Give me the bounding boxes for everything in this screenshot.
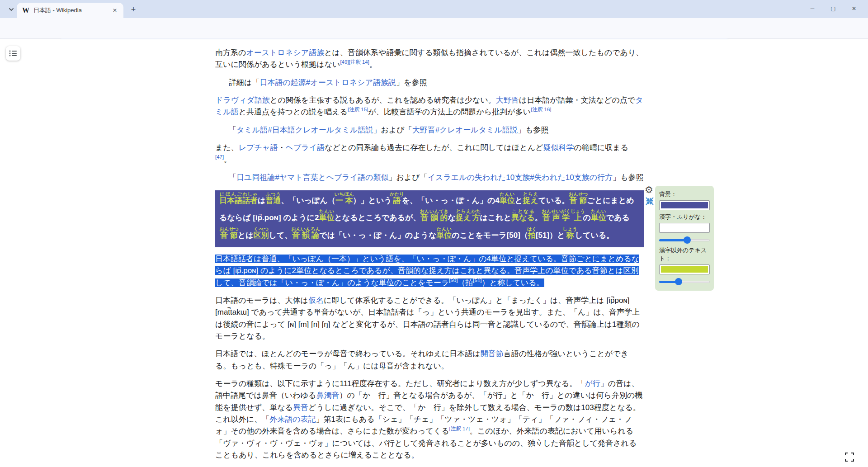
- article-content: 南方系のオーストロネシア語族とは、音韻体系や語彙に関する類似も指摘されているが、…: [215, 41, 644, 467]
- wiki-link[interactable]: オーストロネシア語族: [246, 48, 324, 57]
- text-run: な: [448, 213, 455, 222]
- reference-link[interactable]: [注釈 17]: [449, 426, 470, 432]
- text-run: は日本語が語彙・文法などの点で: [519, 96, 635, 104]
- kanji-with-furigana: 方かた: [471, 213, 480, 222]
- kanji-with-furigana: 普通ふつう: [265, 196, 281, 205]
- text-run: している。: [575, 231, 614, 240]
- browser-tab[interactable]: W 日本語 - Wikipedia ✕: [17, 3, 123, 18]
- text-run: 。: [224, 155, 231, 164]
- paragraph: モーラの種類は、以下に示すように111程度存在する。ただし、研究者により数え方が…: [215, 378, 644, 461]
- text-run: の: [583, 213, 590, 222]
- kanji-color-slider[interactable]: [659, 236, 710, 244]
- collapse-arrows-icon[interactable]: [645, 197, 654, 208]
- text-run: が、比較言語学の方法上の問題から批判が多い: [368, 108, 531, 116]
- kanji-with-furigana: 音声おんせい: [542, 213, 561, 222]
- text-run: 」および「: [388, 173, 427, 182]
- paragraph: 南方系のオーストロネシア語族とは、音韻体系や語彙に関する類似も指摘されているが、…: [215, 47, 644, 71]
- kanji-color-swatch[interactable]: [659, 223, 710, 233]
- selected-paragraph: 日本語話者は普通、「いっぽん（一本）」という語を、「い・っ・ぽ・ん」の4単位と捉…: [215, 253, 644, 289]
- wiki-link[interactable]: ドラヴィダ語族: [215, 96, 270, 104]
- kanji-with-furigana: 本ほん: [344, 196, 353, 205]
- text-run: ）と称している。: [482, 278, 544, 287]
- text-run: 」も参照: [613, 173, 643, 182]
- wiki-link[interactable]: 日本語の起源#オーストロネシア語族説: [259, 78, 396, 87]
- slider-thumb[interactable]: [684, 236, 691, 244]
- wiki-link[interactable]: 鼻濁音: [316, 391, 339, 400]
- other-text-color-slider[interactable]: [659, 278, 710, 285]
- wikipedia-page: 南方系のオーストロネシア語族とは、音韻体系や語彙に関する類似も指摘されているが、…: [0, 39, 868, 467]
- text-run: の範疇に収まる: [574, 143, 629, 152]
- text-run: （拍: [458, 278, 473, 287]
- tab-close-icon[interactable]: ✕: [111, 6, 119, 14]
- kanji-with-furigana: 上じょう: [571, 213, 583, 222]
- wiki-link[interactable]: レプチャ語: [239, 143, 278, 152]
- text-run: のことをモーラ[50]（: [452, 231, 528, 240]
- wiki-link[interactable]: 疑似科学: [543, 143, 574, 152]
- kanji-with-furigana: 一いち: [335, 196, 344, 205]
- kanji-furigana-color-label: 漢字・ふりがな：: [659, 213, 710, 221]
- text-run: ）」という: [353, 196, 392, 205]
- text-run: [51]）と: [536, 231, 565, 240]
- wiki-link[interactable]: 仮名: [308, 296, 324, 305]
- other-text-color-swatch[interactable]: [659, 264, 710, 274]
- table-of-contents-button[interactable]: [6, 46, 20, 61]
- wiki-link[interactable]: 開音節: [481, 349, 504, 358]
- kanji-with-furigana: 音韻おんいん: [292, 231, 311, 240]
- text-run: は: [258, 196, 265, 205]
- wiki-link[interactable]: イスラエルの失われた10支族#失われた10支族の行方: [428, 173, 613, 182]
- kanji-with-furigana: 的てき: [439, 213, 448, 222]
- window-close-button[interactable]: ✕: [844, 2, 864, 15]
- kanji-with-furigana: 音節おんせつ: [219, 231, 238, 240]
- wiki-link[interactable]: 大野晋: [496, 96, 519, 104]
- text-run: 。: [369, 60, 377, 69]
- text-run: である: [606, 213, 630, 222]
- wiki-link[interactable]: 外来語の表記: [269, 415, 316, 424]
- text-run: ・: [278, 143, 285, 152]
- kanji-with-furigana: 話者わしゃ: [242, 196, 258, 205]
- kanji-with-furigana: 単位たんい: [500, 196, 515, 205]
- kanji-with-furigana: 単位たんい: [436, 231, 452, 240]
- window-maximize-button[interactable]: ▢: [823, 2, 844, 15]
- kanji-with-furigana: 日本語にほんご: [219, 196, 242, 205]
- reference-link[interactable]: [50]: [449, 278, 458, 283]
- kanji-with-furigana: 単位たんい: [591, 213, 606, 222]
- reference-link[interactable]: [注釈 16]: [531, 107, 551, 113]
- wiki-link[interactable]: ヘブライ語: [285, 143, 325, 152]
- slider-thumb[interactable]: [675, 278, 682, 285]
- wiki-link[interactable]: 日ユ同祖論#ヤマト言葉とヘブライ語の類似: [236, 173, 388, 182]
- wiki-link[interactable]: タミル語#日本語クレオールタミル語説: [236, 126, 373, 134]
- fullscreen-icon[interactable]: [844, 451, 855, 463]
- reference-link[interactable]: [注釈 14]: [349, 60, 369, 65]
- paragraph: 日本語では、ほとんどのモーラが母音で終わっている。それゆえに日本語は開音節言語の…: [215, 348, 644, 372]
- text-run: とは: [238, 231, 254, 240]
- see-also-note: 「日ユ同祖論#ヤマト言葉とヘブライ語の類似」および「イスラエルの失われた10支族…: [229, 172, 644, 184]
- browser-toolbar: ← → ↻ ja.wikipedia.org/wiki/日本語 文A ☆ あ ⋮: [0, 18, 868, 39]
- kanji-with-furigana: 捉えとらえ: [523, 196, 538, 205]
- wiki-link[interactable]: 大野晋#クレオールタミル語説: [412, 126, 518, 134]
- text-run: 詳細は「: [229, 78, 259, 87]
- reference-link[interactable]: [49]: [340, 60, 349, 65]
- wiki-link[interactable]: 異音: [293, 403, 308, 412]
- gear-icon[interactable]: ⚙: [645, 185, 653, 194]
- paragraph: ドラヴィダ語族との関係を主張する説もあるが、これを認める研究者は少ない。大野晋は…: [215, 94, 644, 118]
- kanji-with-furigana: 音節おんせつ: [570, 196, 587, 205]
- text-selection-highlight: 日本語話者は普通、「いっぽん（一本）」という語を、「い・っ・ぽ・ん」の4単位と捉…: [215, 255, 639, 287]
- tab-title: 日本語 - Wikipedia: [33, 6, 111, 14]
- reference-link[interactable]: [注釈 15]: [348, 107, 368, 113]
- text-run: 」も参照: [518, 126, 548, 134]
- tab-search-chevron-icon[interactable]: [6, 5, 16, 14]
- text-run: 「: [229, 173, 236, 182]
- wiki-link[interactable]: が行: [585, 379, 600, 388]
- reference-link[interactable]: [47]: [215, 155, 224, 160]
- text-run: と共通点を持つとの説を唱える: [239, 108, 348, 116]
- background-color-swatch[interactable]: [659, 200, 710, 210]
- other-text-color-label: 漢字以外のテキスト：: [659, 246, 710, 263]
- kanji-with-furigana: 称しょう: [565, 231, 575, 240]
- kanji-with-furigana: 単位たんい: [319, 213, 334, 222]
- text-run: 「: [229, 126, 236, 134]
- window-minimize-button[interactable]: ─: [802, 2, 823, 15]
- text-run: また、: [215, 143, 239, 152]
- reference-link[interactable]: [51]: [473, 278, 481, 283]
- text-run: などとの同系論も過去に存在したが、これに関してはほとんど: [325, 143, 543, 152]
- new-tab-button[interactable]: +: [128, 5, 138, 14]
